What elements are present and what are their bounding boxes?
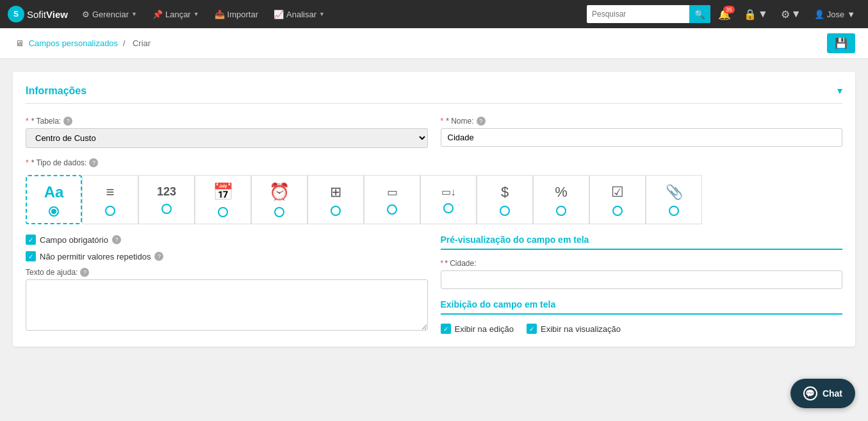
help-text-input[interactable] — [26, 279, 428, 331]
brand-logo: S — [8, 6, 24, 22]
type-radio-input2[interactable] — [443, 203, 454, 213]
nav-lancar[interactable]: 📌 Lançar ▼ — [146, 6, 206, 23]
percent-type-icon: % — [555, 184, 568, 201]
preview-field-input[interactable] — [441, 270, 843, 289]
nav-importar[interactable]: 📥 Importar — [208, 6, 265, 23]
tipo-help-icon[interactable]: ? — [89, 158, 98, 167]
breadcrumb-current: Criar — [133, 38, 151, 48]
type-radio-number[interactable] — [161, 204, 172, 214]
text-type-icon: Aa — [44, 183, 64, 201]
tabela-label: * * Tabela: ? — [26, 117, 428, 126]
nome-label: * * Nome: ? — [441, 117, 843, 126]
type-icons-row: Aa ≡ 123 📅 ⏰ ⊞ — [26, 175, 842, 224]
tabela-select[interactable]: Centro de Custo — [26, 128, 428, 148]
show-edit-label: Exibir na edição — [455, 324, 514, 334]
multiline-type-icon: ≡ — [106, 184, 115, 201]
currency-type-icon: $ — [501, 184, 509, 201]
type-radio-currency[interactable] — [500, 206, 510, 216]
nome-help-icon[interactable]: ? — [477, 117, 486, 126]
field-nome: * * Nome: ? — [441, 117, 843, 148]
show-view-label: Exibir na visualização — [541, 324, 621, 334]
nav-gerenciar[interactable]: ⚙ Gerenciar ▼ — [76, 6, 143, 23]
type-icon-grid[interactable]: ⊞ — [307, 175, 364, 224]
type-icon-currency[interactable]: $ — [477, 175, 533, 224]
show-view-checkbox[interactable]: ✓ — [527, 324, 537, 334]
datetime-type-icon: ⏰ — [269, 182, 290, 202]
section-title: Informações — [26, 85, 86, 97]
attachment-type-icon: 📎 — [666, 184, 683, 201]
required-label: Campo obrigatório — [40, 235, 108, 245]
type-radio-attachment[interactable] — [669, 206, 679, 216]
collapse-icon[interactable]: ▾ — [837, 85, 842, 97]
no-repeat-help-icon[interactable]: ? — [154, 252, 163, 261]
type-icon-date[interactable]: 📅 — [195, 175, 251, 224]
left-options: ✓ Campo obrigatório ? ✓ Não permitir val… — [26, 235, 428, 334]
type-radio-text[interactable] — [49, 206, 59, 217]
display-title: Exibição do campo em tela — [441, 299, 843, 315]
search-button[interactable]: 🔍 — [689, 5, 710, 23]
nav-analisar[interactable]: 📈 Analisar ▼ — [267, 6, 331, 23]
type-radio-multiline[interactable] — [105, 206, 115, 216]
breadcrumb-parent[interactable]: Campos personalizados — [29, 38, 118, 48]
type-icon-multiline[interactable]: ≡ — [82, 175, 138, 224]
chevron-down-icon: ▼ — [319, 11, 325, 17]
search-input[interactable] — [587, 5, 689, 23]
notification-bell[interactable]: 🔔 35 — [713, 6, 736, 23]
type-radio-percent[interactable] — [556, 206, 566, 216]
user-menu[interactable]: 👤 Jose ▼ — [809, 7, 860, 22]
type-icon-percent[interactable]: % — [533, 175, 589, 224]
breadcrumb: 🖥 Campos personalizados / Criar — [13, 38, 153, 48]
brand-name: SofitView — [27, 9, 68, 20]
two-col-section: ✓ Campo obrigatório ? ✓ Não permitir val… — [26, 235, 842, 334]
gear-icon: ⚙ — [82, 10, 90, 19]
type-radio-grid[interactable] — [331, 206, 341, 216]
monitor-icon: 🖥 — [15, 38, 24, 48]
date-type-icon: 📅 — [213, 182, 233, 202]
no-repeat-row: ✓ Não permitir valores repetidos ? — [26, 251, 428, 261]
user-icon: 👤 — [814, 10, 824, 19]
required-checkbox[interactable]: ✓ — [26, 235, 36, 245]
field-tabela: * * Tabela: ? Centro de Custo — [26, 117, 428, 148]
required-row: ✓ Campo obrigatório ? — [26, 235, 428, 245]
lock-icon-btn[interactable]: 🔒 ▼ — [739, 6, 773, 23]
save-button[interactable]: 💾 — [827, 33, 855, 53]
type-radio-input1[interactable] — [387, 204, 397, 215]
help-text-help-icon[interactable]: ? — [80, 268, 89, 277]
settings-icon-btn[interactable]: ⚙ ▼ — [776, 6, 807, 23]
type-icon-datetime[interactable]: ⏰ — [251, 175, 307, 224]
main-content: Informações ▾ * * Tabela: ? Centro de Cu… — [0, 59, 868, 359]
search-box: 🔍 — [587, 5, 710, 23]
launch-icon: 📌 — [152, 10, 163, 19]
notification-badge: 35 — [723, 6, 735, 13]
navbar: S SofitView ⚙ Gerenciar ▼ 📌 Lançar ▼ 📥 I… — [0, 0, 868, 28]
input1-type-icon: ▭ — [387, 185, 398, 199]
preview-field-label: * * Cidade: — [441, 259, 843, 268]
nome-input[interactable] — [441, 128, 843, 147]
type-icon-attachment[interactable]: 📎 — [646, 175, 702, 224]
breadcrumb-bar: 🖥 Campos personalizados / Criar 💾 — [0, 28, 868, 59]
type-icon-text[interactable]: Aa — [26, 175, 82, 224]
no-repeat-checkbox[interactable]: ✓ — [26, 251, 36, 261]
show-edit-checkbox[interactable]: ✓ — [441, 324, 451, 334]
type-icon-input2[interactable]: ▭↓ — [420, 175, 477, 224]
tabela-help-icon[interactable]: ? — [63, 117, 72, 126]
type-icon-number[interactable]: 123 — [138, 175, 195, 224]
import-icon: 📥 — [215, 10, 225, 19]
preview-title: Pré-visualização do campo em tela — [441, 235, 843, 250]
show-edit-option: ✓ Exibir na edição — [441, 324, 514, 334]
input2-type-icon: ▭↓ — [441, 186, 456, 198]
type-radio-checkbox[interactable] — [612, 206, 623, 216]
form-row-tabela-nome: * * Tabela: ? Centro de Custo * * Nome: … — [26, 117, 842, 148]
chart-icon: 📈 — [274, 10, 284, 19]
type-radio-datetime[interactable] — [274, 207, 284, 217]
type-icon-checkbox[interactable]: ☑ — [589, 175, 646, 224]
form-card: Informações ▾ * * Tabela: ? Centro de Cu… — [13, 72, 855, 347]
number-type-icon: 123 — [157, 185, 176, 199]
breadcrumb-separator: / — [123, 38, 126, 48]
required-help-icon[interactable]: ? — [112, 235, 121, 244]
help-text-group: Texto de ajuda: ? — [26, 268, 428, 333]
type-icon-input1[interactable]: ▭ — [364, 175, 420, 224]
type-radio-date[interactable] — [218, 207, 228, 217]
help-text-label: Texto de ajuda: ? — [26, 268, 428, 277]
chevron-down-icon: ▼ — [193, 11, 199, 17]
